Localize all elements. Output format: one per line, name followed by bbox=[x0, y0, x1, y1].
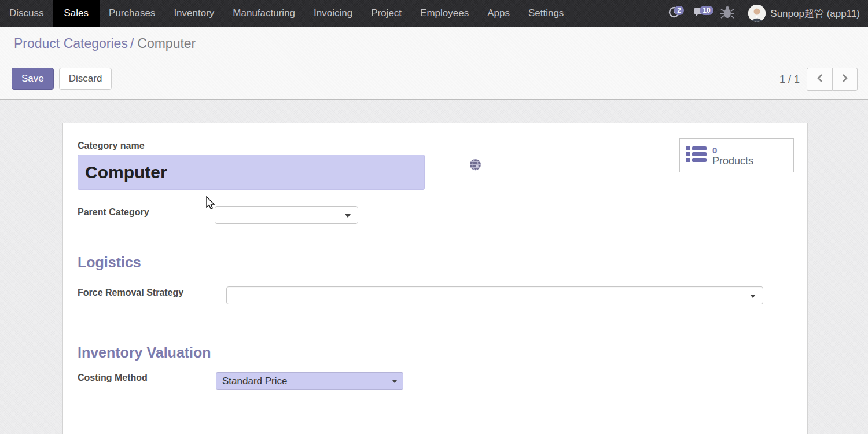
nav-item-manufacturing[interactable]: Manufacturing bbox=[223, 0, 304, 27]
chevron-right-icon bbox=[841, 73, 848, 85]
nav-item-project[interactable]: Project bbox=[362, 0, 411, 27]
translate-globe-icon[interactable] bbox=[469, 159, 481, 173]
parent-category-label: Parent Category bbox=[78, 207, 149, 218]
parent-category-select[interactable] bbox=[215, 206, 358, 224]
control-panel: Product Categories/Computer Save Discard… bbox=[0, 27, 868, 100]
costing-method-value: Standard Price bbox=[222, 376, 287, 387]
breadcrumb-separator: / bbox=[130, 36, 134, 51]
chevron-left-icon bbox=[816, 73, 823, 85]
products-count: 0 bbox=[712, 145, 753, 156]
pager-value: 1 / 1 bbox=[779, 73, 800, 86]
discard-button[interactable]: Discard bbox=[59, 68, 112, 90]
logistics-section-title: Logistics bbox=[78, 254, 141, 271]
nav-item-invoicing[interactable]: Invoicing bbox=[304, 0, 362, 27]
inventory-valuation-section-title: Inventory Valuation bbox=[78, 344, 211, 361]
odoo-backend: Discuss Sales Purchases Inventory Manufa… bbox=[0, 0, 868, 434]
force-removal-strategy-label: Force Removal Strategy bbox=[78, 288, 183, 298]
nav-item-apps[interactable]: Apps bbox=[478, 0, 519, 27]
costing-method-label: Costing Method bbox=[78, 373, 148, 383]
breadcrumb-current: Computer bbox=[137, 36, 196, 51]
pager-previous-button[interactable] bbox=[807, 68, 832, 91]
systray: 2 10 bbox=[664, 0, 868, 27]
caret-down-icon bbox=[392, 380, 397, 383]
bug-icon bbox=[720, 5, 734, 23]
nav-item-inventory[interactable]: Inventory bbox=[164, 0, 223, 27]
category-name-input[interactable] bbox=[78, 155, 425, 190]
pager-buttons bbox=[807, 68, 858, 91]
breadcrumb: Product Categories/Computer bbox=[14, 36, 196, 52]
avatar bbox=[748, 5, 766, 22]
messages-button[interactable]: 10 bbox=[689, 0, 712, 27]
force-removal-strategy-select[interactable] bbox=[226, 286, 763, 304]
products-list-icon bbox=[686, 146, 707, 164]
pager: 1 / 1 bbox=[779, 68, 858, 91]
nav-item-discuss[interactable]: Discuss bbox=[0, 0, 53, 27]
caret-down-icon bbox=[750, 295, 756, 298]
breadcrumb-product-categories[interactable]: Product Categories bbox=[14, 36, 128, 51]
nav-item-purchases[interactable]: Purchases bbox=[100, 0, 164, 27]
nav-spacer bbox=[573, 0, 664, 27]
caret-down-icon bbox=[345, 214, 351, 218]
products-stat-text: 0 Products bbox=[712, 145, 753, 167]
messages-badge: 10 bbox=[700, 6, 713, 15]
nav-item-employees[interactable]: Employees bbox=[411, 0, 478, 27]
user-name: Sunpop超管 (app11) bbox=[770, 7, 860, 20]
content-area: Category name 0 Products bbox=[0, 100, 868, 434]
form-buttons: Save Discard bbox=[12, 68, 112, 90]
field-separator bbox=[208, 226, 208, 247]
field-separator bbox=[208, 369, 208, 402]
nav-item-sales[interactable]: Sales bbox=[53, 0, 100, 27]
top-nav: Discuss Sales Purchases Inventory Manufa… bbox=[0, 0, 868, 27]
field-separator bbox=[218, 283, 218, 309]
pager-next-button[interactable] bbox=[832, 68, 858, 91]
debug-button[interactable] bbox=[716, 0, 739, 27]
costing-method-select[interactable]: Standard Price bbox=[216, 372, 403, 390]
user-menu[interactable]: Sunpop超管 (app11) bbox=[742, 5, 863, 22]
category-name-label: Category name bbox=[78, 141, 145, 151]
products-label: Products bbox=[712, 156, 753, 167]
form-sheet: Category name 0 Products bbox=[62, 123, 808, 434]
activities-button[interactable]: 2 bbox=[664, 0, 686, 27]
activity-badge: 2 bbox=[674, 6, 684, 15]
products-stat-button[interactable]: 0 Products bbox=[679, 138, 794, 172]
save-button[interactable]: Save bbox=[12, 68, 54, 90]
nav-item-settings[interactable]: Settings bbox=[519, 0, 573, 27]
